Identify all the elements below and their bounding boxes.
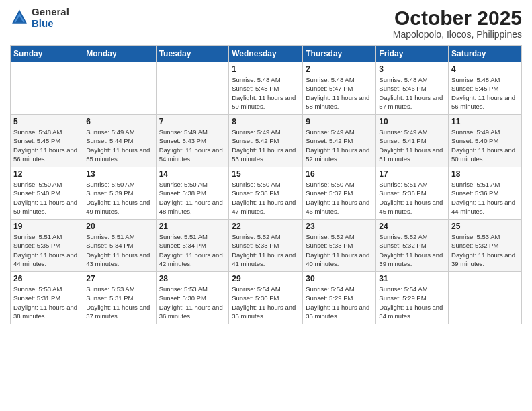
day-info: Sunrise: 5:49 AM Sunset: 5:40 PM Dayligh…	[451, 128, 519, 163]
table-cell	[449, 272, 522, 324]
table-cell: 10Sunrise: 5:49 AM Sunset: 5:41 PM Dayli…	[376, 115, 449, 167]
day-number: 18	[451, 169, 519, 179]
table-cell: 28Sunrise: 5:53 AM Sunset: 5:30 PM Dayli…	[156, 272, 229, 324]
day-info: Sunrise: 5:50 AM Sunset: 5:38 PM Dayligh…	[159, 180, 226, 216]
table-cell: 13Sunrise: 5:50 AM Sunset: 5:39 PM Dayli…	[83, 167, 156, 220]
table-cell: 26Sunrise: 5:53 AM Sunset: 5:31 PM Dayli…	[11, 272, 83, 324]
col-wednesday: Wednesday	[229, 46, 303, 62]
calendar-header-row: Sunday Monday Tuesday Wednesday Thursday…	[11, 46, 522, 62]
table-cell: 21Sunrise: 5:51 AM Sunset: 5:34 PM Dayli…	[156, 220, 229, 272]
col-tuesday: Tuesday	[156, 46, 229, 62]
col-saturday: Saturday	[449, 46, 522, 62]
table-cell: 5Sunrise: 5:48 AM Sunset: 5:45 PM Daylig…	[11, 115, 83, 167]
table-cell: 11Sunrise: 5:49 AM Sunset: 5:40 PM Dayli…	[449, 115, 522, 167]
week-row-1: 1Sunrise: 5:48 AM Sunset: 5:48 PM Daylig…	[11, 62, 522, 115]
table-cell: 16Sunrise: 5:50 AM Sunset: 5:37 PM Dayli…	[303, 167, 376, 220]
day-number: 13	[86, 169, 152, 179]
day-info: Sunrise: 5:48 AM Sunset: 5:46 PM Dayligh…	[379, 75, 445, 111]
table-cell: 19Sunrise: 5:51 AM Sunset: 5:35 PM Dayli…	[11, 220, 83, 272]
logo-blue-text: Blue	[32, 18, 69, 30]
table-cell: 22Sunrise: 5:52 AM Sunset: 5:33 PM Dayli…	[229, 220, 303, 272]
logo-text: General Blue	[32, 7, 69, 29]
day-info: Sunrise: 5:51 AM Sunset: 5:36 PM Dayligh…	[379, 180, 445, 216]
table-cell: 18Sunrise: 5:51 AM Sunset: 5:36 PM Dayli…	[449, 167, 522, 220]
table-cell: 15Sunrise: 5:50 AM Sunset: 5:38 PM Dayli…	[229, 167, 303, 220]
day-number: 22	[232, 222, 300, 231]
table-cell: 14Sunrise: 5:50 AM Sunset: 5:38 PM Dayli…	[156, 167, 229, 220]
day-info: Sunrise: 5:50 AM Sunset: 5:39 PM Dayligh…	[86, 180, 152, 216]
table-cell	[83, 62, 156, 115]
day-number: 31	[379, 274, 445, 283]
day-info: Sunrise: 5:49 AM Sunset: 5:41 PM Dayligh…	[379, 128, 445, 163]
table-cell: 20Sunrise: 5:51 AM Sunset: 5:34 PM Dayli…	[83, 220, 156, 272]
location: Mapolopolo, Ilocos, Philippines	[393, 29, 522, 40]
day-info: Sunrise: 5:50 AM Sunset: 5:40 PM Dayligh…	[13, 180, 80, 216]
table-cell: 4Sunrise: 5:48 AM Sunset: 5:45 PM Daylig…	[449, 62, 522, 115]
day-number: 23	[306, 222, 373, 231]
table-cell: 31Sunrise: 5:54 AM Sunset: 5:29 PM Dayli…	[376, 272, 449, 324]
day-info: Sunrise: 5:51 AM Sunset: 5:34 PM Dayligh…	[86, 232, 152, 268]
day-info: Sunrise: 5:48 AM Sunset: 5:45 PM Dayligh…	[13, 128, 80, 163]
day-number: 7	[159, 117, 226, 126]
day-number: 5	[13, 117, 80, 126]
month-title: October 2025	[393, 7, 522, 29]
day-number: 3	[379, 64, 445, 74]
table-cell: 1Sunrise: 5:48 AM Sunset: 5:48 PM Daylig…	[229, 62, 303, 115]
day-number: 16	[306, 169, 373, 179]
day-info: Sunrise: 5:52 AM Sunset: 5:33 PM Dayligh…	[232, 232, 300, 268]
day-info: Sunrise: 5:53 AM Sunset: 5:32 PM Dayligh…	[451, 232, 519, 268]
logo-general-text: General	[32, 7, 69, 18]
col-thursday: Thursday	[303, 46, 376, 62]
day-info: Sunrise: 5:48 AM Sunset: 5:48 PM Dayligh…	[232, 75, 300, 111]
header: General Blue October 2025 Mapolopolo, Il…	[10, 7, 522, 40]
table-cell	[11, 62, 83, 115]
day-number: 27	[86, 274, 152, 283]
week-row-4: 19Sunrise: 5:51 AM Sunset: 5:35 PM Dayli…	[11, 220, 522, 272]
day-number: 12	[13, 169, 80, 179]
day-number: 24	[379, 222, 445, 231]
title-block: October 2025 Mapolopolo, Ilocos, Philipp…	[393, 7, 522, 40]
col-monday: Monday	[83, 46, 156, 62]
day-info: Sunrise: 5:51 AM Sunset: 5:36 PM Dayligh…	[451, 180, 519, 216]
day-info: Sunrise: 5:51 AM Sunset: 5:34 PM Dayligh…	[159, 232, 226, 268]
page: General Blue October 2025 Mapolopolo, Il…	[0, 0, 532, 411]
table-cell: 3Sunrise: 5:48 AM Sunset: 5:46 PM Daylig…	[376, 62, 449, 115]
day-info: Sunrise: 5:49 AM Sunset: 5:42 PM Dayligh…	[232, 128, 300, 163]
day-info: Sunrise: 5:54 AM Sunset: 5:29 PM Dayligh…	[306, 285, 373, 320]
col-sunday: Sunday	[11, 46, 83, 62]
day-info: Sunrise: 5:52 AM Sunset: 5:32 PM Dayligh…	[379, 232, 445, 268]
day-info: Sunrise: 5:48 AM Sunset: 5:47 PM Dayligh…	[306, 75, 373, 111]
table-cell: 7Sunrise: 5:49 AM Sunset: 5:43 PM Daylig…	[156, 115, 229, 167]
day-number: 21	[159, 222, 226, 231]
day-number: 17	[379, 169, 445, 179]
table-cell: 2Sunrise: 5:48 AM Sunset: 5:47 PM Daylig…	[303, 62, 376, 115]
table-cell: 6Sunrise: 5:49 AM Sunset: 5:44 PM Daylig…	[83, 115, 156, 167]
table-cell: 30Sunrise: 5:54 AM Sunset: 5:29 PM Dayli…	[303, 272, 376, 324]
day-info: Sunrise: 5:53 AM Sunset: 5:31 PM Dayligh…	[86, 285, 152, 320]
day-info: Sunrise: 5:49 AM Sunset: 5:43 PM Dayligh…	[159, 128, 226, 163]
logo-icon	[10, 9, 29, 28]
day-info: Sunrise: 5:54 AM Sunset: 5:30 PM Dayligh…	[232, 285, 300, 320]
day-info: Sunrise: 5:53 AM Sunset: 5:30 PM Dayligh…	[159, 285, 226, 320]
week-row-2: 5Sunrise: 5:48 AM Sunset: 5:45 PM Daylig…	[11, 115, 522, 167]
day-number: 30	[306, 274, 373, 283]
day-number: 9	[306, 117, 373, 126]
day-info: Sunrise: 5:50 AM Sunset: 5:37 PM Dayligh…	[306, 180, 373, 216]
day-number: 2	[306, 64, 373, 74]
table-cell	[156, 62, 229, 115]
table-cell: 12Sunrise: 5:50 AM Sunset: 5:40 PM Dayli…	[11, 167, 83, 220]
col-friday: Friday	[376, 46, 449, 62]
table-cell: 17Sunrise: 5:51 AM Sunset: 5:36 PM Dayli…	[376, 167, 449, 220]
day-number: 10	[379, 117, 445, 126]
day-info: Sunrise: 5:53 AM Sunset: 5:31 PM Dayligh…	[13, 285, 80, 320]
day-number: 26	[13, 274, 80, 283]
day-number: 28	[159, 274, 226, 283]
day-number: 11	[451, 117, 519, 126]
day-number: 8	[232, 117, 300, 126]
day-number: 14	[159, 169, 226, 179]
table-cell: 9Sunrise: 5:49 AM Sunset: 5:42 PM Daylig…	[303, 115, 376, 167]
day-number: 6	[86, 117, 152, 126]
table-cell: 8Sunrise: 5:49 AM Sunset: 5:42 PM Daylig…	[229, 115, 303, 167]
day-number: 1	[232, 64, 300, 74]
logo: General Blue	[10, 7, 69, 29]
